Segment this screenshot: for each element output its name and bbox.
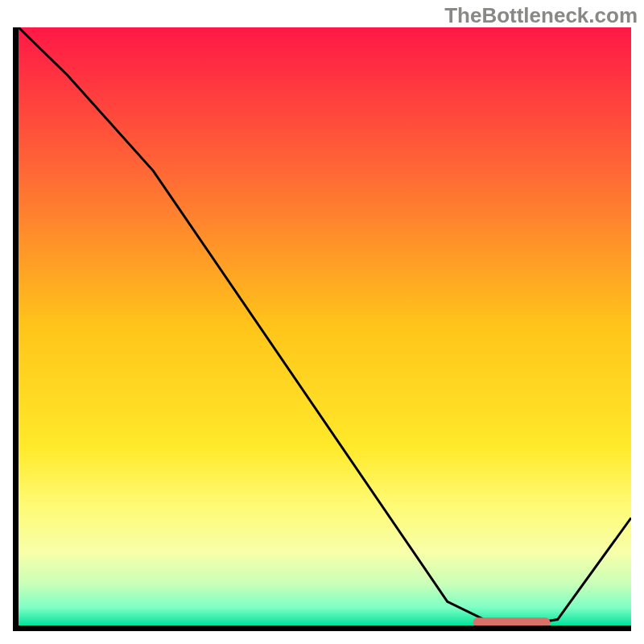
plot-area [13,27,631,631]
chart-background [19,27,631,625]
chart-svg [19,27,631,625]
watermark-text: TheBottleneck.com [444,3,638,28]
chart-container: TheBottleneck.com [0,0,644,644]
